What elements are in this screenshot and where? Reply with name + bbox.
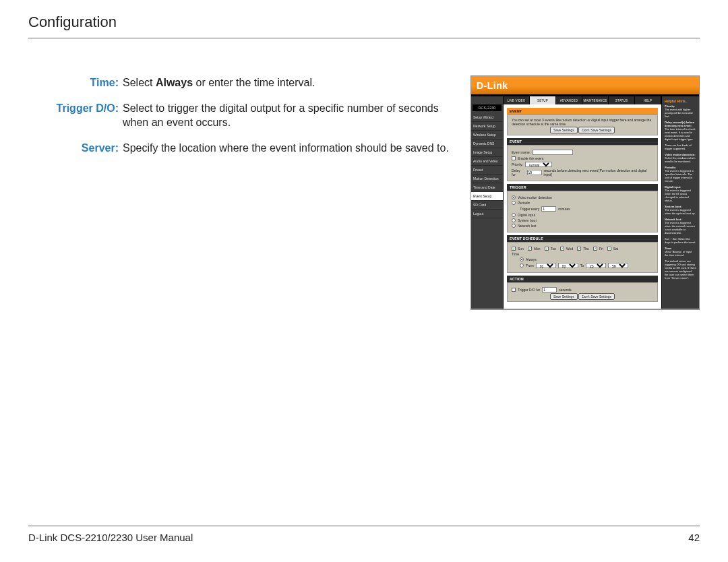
day-checkbox-thu[interactable] — [577, 247, 581, 251]
help-t8: The event is triggered when the network … — [665, 221, 695, 235]
help-column: Helpful Hints.. Priority:The event with … — [661, 96, 699, 309]
time-label: Time — [512, 252, 519, 256]
page-footer: D-Link DCS-2210/2230 User Manual 42 — [28, 526, 700, 543]
tab-advanced[interactable]: ADVANCED — [556, 96, 582, 104]
day-label-mon: Mon — [534, 247, 541, 251]
event-name-label: Event name: — [512, 150, 530, 154]
radio-from[interactable] — [520, 263, 524, 268]
page-title: Configuration — [28, 13, 117, 30]
sidebar: DCS-2230 Setup WizardNetwork SetupWirele… — [471, 96, 504, 309]
radio-di[interactable] — [512, 213, 516, 217]
trigger-periodic-label: Periodic — [518, 201, 530, 205]
radio-sb[interactable] — [512, 218, 516, 222]
def-trigger-do: Trigger D/O: Select to trigger the digit… — [40, 101, 452, 130]
radio-vmd[interactable] — [512, 195, 516, 199]
from-m-select[interactable]: 00 — [558, 263, 578, 268]
trigger-vmd-label: Video motion detection — [518, 195, 552, 199]
sidebar-item-event-setup[interactable]: Event Setup — [471, 192, 503, 201]
radio-nl[interactable] — [512, 224, 516, 228]
tab-status[interactable]: STATUS — [609, 96, 635, 104]
help-t6: The event is triggered when the DI statu… — [665, 189, 691, 202]
def-text: Select Always or enter the time interval… — [123, 75, 452, 90]
save-button[interactable]: Save Settings — [550, 127, 578, 133]
sidebar-item-image-setup[interactable]: Image Setup — [471, 148, 503, 157]
days-row: SunMonTueWedThuFriSat — [512, 247, 653, 251]
def-label: Server: — [40, 141, 123, 156]
def-label: Trigger D/O: — [40, 101, 123, 130]
footer-manual: D-Link DCS-2210/2230 User Manual — [28, 532, 193, 543]
always-label: Always — [526, 257, 537, 261]
day-checkbox-mon[interactable] — [528, 247, 532, 251]
delay-pre: Delay for — [512, 168, 525, 177]
to-m-select[interactable]: 59 — [608, 263, 628, 268]
help-t5: The event is triggered in specified inte… — [665, 169, 694, 183]
def-time: Time: Select Always or enter the time in… — [40, 75, 452, 90]
help-t7: The event is triggered when the system b… — [665, 208, 696, 215]
day-checkbox-sat[interactable] — [607, 247, 611, 251]
tab-live-video[interactable]: LIVE VIDEO — [504, 96, 530, 104]
help-t1: The event with higher priority will be e… — [665, 108, 693, 118]
main-area: LIVE VIDEOSETUPADVANCEDMAINTENANCESTATUS… — [504, 96, 661, 309]
sidebar-item-network-setup[interactable]: Network Setup — [471, 122, 503, 131]
section-event: EVENT — [507, 138, 658, 145]
event-panel: EVENT You can set at most 3 events like … — [507, 108, 658, 302]
delay-input[interactable] — [527, 170, 542, 175]
day-label-fri: Fri — [599, 247, 603, 251]
day-label-sun: Sun — [518, 247, 524, 251]
day-label-tue: Tue — [551, 247, 556, 251]
sidebar-item-wireless-setup[interactable]: Wireless Setup — [471, 131, 503, 139]
dont-save-button[interactable]: Don't Save Settings — [578, 127, 615, 133]
day-checkbox-wed[interactable] — [560, 247, 564, 251]
def-text-bold: Always — [156, 77, 193, 88]
to-h-select[interactable]: 23 — [586, 263, 606, 268]
help-t10: show "Always" or input the time interval… — [665, 250, 692, 257]
trigger-sb-label: System boot — [518, 218, 537, 222]
def-text-post: or enter the time interval. — [193, 77, 315, 88]
event-name-input[interactable] — [533, 150, 573, 155]
enable-checkbox[interactable] — [512, 156, 516, 160]
sidebar-item-setup-wizard[interactable]: Setup Wizard — [471, 113, 503, 122]
help-t9: Sun ~ Sat: Select the days to perform th… — [665, 237, 696, 244]
sidebar-item-preset[interactable]: Preset — [471, 166, 503, 175]
sidebar-item-sd-card[interactable]: SD Card — [471, 201, 503, 210]
sidebar-item-motion-detection[interactable]: Motion Detection — [471, 175, 503, 183]
from-label: From — [526, 263, 534, 268]
day-label-sat: Sat — [613, 247, 619, 251]
radio-always[interactable] — [520, 257, 524, 261]
trigger-every-input[interactable] — [541, 206, 556, 212]
top-tabs: LIVE VIDEOSETUPADVANCEDMAINTENANCESTATUS… — [504, 96, 661, 104]
help-t2: The time interval to check next event. I… — [665, 127, 696, 141]
day-label-wed: Wed — [566, 247, 573, 251]
tab-maintenance[interactable]: MAINTENANCE — [582, 96, 609, 104]
from-h-select[interactable]: 01 — [536, 263, 556, 268]
day-checkbox-tue[interactable] — [545, 247, 549, 251]
do-label: Trigger D/O for — [518, 288, 540, 292]
trigger-di-label: Digital input — [518, 213, 535, 217]
help-t4: Select the windows which need to be moni… — [665, 156, 696, 163]
tab-help[interactable]: HELP — [635, 96, 661, 104]
sidebar-item-logout[interactable]: Logout — [471, 210, 503, 218]
intro-text: You can set at most 3 events like motion… — [512, 118, 653, 126]
do-seconds-input[interactable] — [542, 287, 557, 292]
priority-select[interactable]: normal — [525, 162, 552, 167]
help-t3: There are five kinds of trigger supporte… — [665, 144, 696, 150]
sidebar-item-dynamic-dns[interactable]: Dynamic DNS — [471, 139, 503, 148]
sidebar-item-time-and-date[interactable]: Time and Date — [471, 183, 503, 192]
radio-periodic[interactable] — [512, 201, 516, 205]
save-button-2[interactable]: Save Settings — [550, 293, 578, 300]
footer-page: 42 — [688, 532, 700, 543]
panel-intro: You can set at most 3 events like motion… — [507, 115, 658, 135]
tab-setup[interactable]: SETUP — [530, 96, 556, 104]
brand-logo: D-Link — [477, 80, 508, 91]
do-checkbox[interactable] — [512, 288, 516, 292]
sidebar-item-audio-and-video[interactable]: Audio and Video — [471, 157, 503, 166]
section-schedule: EVENT SCHEDULE — [507, 235, 658, 242]
day-label-thu: Thu — [583, 247, 589, 251]
day-checkbox-fri[interactable] — [593, 247, 597, 251]
dont-save-button-2[interactable]: Don't Save Settings — [578, 293, 615, 300]
enable-label: Enable this event — [518, 156, 543, 160]
section-trigger: TRIGGER — [507, 184, 658, 191]
day-checkbox-sun[interactable] — [512, 247, 516, 251]
definitions-list: Time: Select Always or enter the time in… — [40, 75, 452, 166]
trigger-every-pre: Trigger every — [520, 207, 539, 211]
